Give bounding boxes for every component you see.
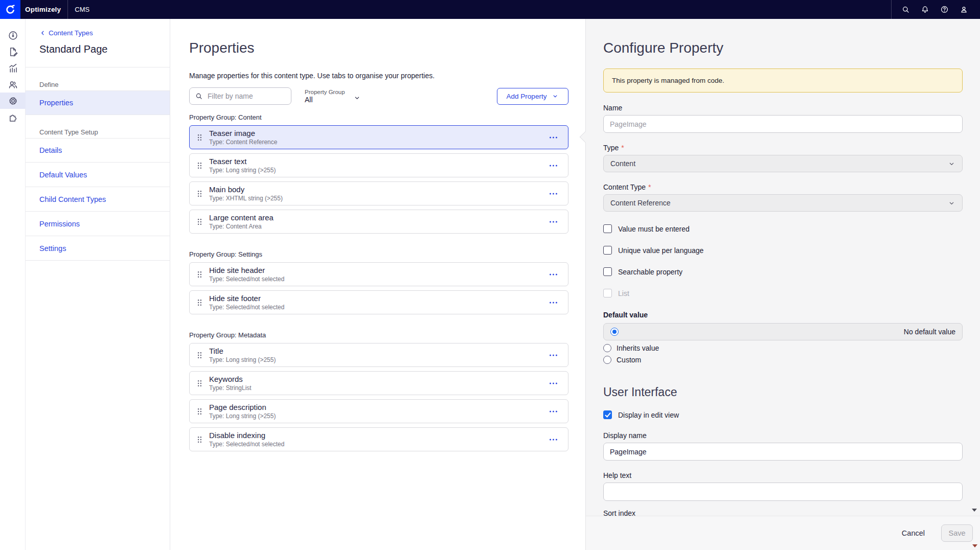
back-link-label: Content Types [49, 29, 93, 37]
help-text-input[interactable] [603, 483, 963, 501]
notifications-icon[interactable] [915, 0, 935, 19]
content-type-select-value: Content Reference [610, 199, 671, 207]
users-icon[interactable] [0, 76, 26, 93]
cancel-button[interactable]: Cancel [899, 529, 928, 538]
optimizely-logo[interactable] [0, 0, 20, 19]
checkbox-label: List [618, 289, 629, 297]
checkbox-searchable-property[interactable]: Searchable property [603, 267, 963, 276]
sidebar-item-child-content-types[interactable]: Child Content Types [26, 187, 170, 212]
save-button[interactable]: Save [941, 524, 973, 542]
property-row-page-description[interactable]: Page descriptionType: Long string (>255) [189, 399, 568, 423]
chevron-down-icon [948, 160, 955, 168]
more-options-icon[interactable] [547, 352, 560, 359]
scrollbar-down-arrow[interactable] [972, 509, 977, 512]
drag-handle-icon[interactable] [197, 407, 202, 416]
drag-handle-icon[interactable] [197, 436, 202, 444]
property-row-text: Disable indexingType: Selected/not selec… [209, 431, 284, 448]
property-row-text: Page descriptionType: Long string (>255) [209, 403, 276, 420]
property-group-select-label: Property Group [305, 89, 345, 95]
property-row-title[interactable]: TitleType: Long string (>255) [189, 343, 568, 367]
content-edit-icon[interactable] [0, 43, 26, 60]
more-options-icon[interactable] [547, 299, 560, 306]
account-icon[interactable] [954, 0, 973, 19]
more-options-icon[interactable] [547, 134, 560, 141]
property-row-text: TitleType: Long string (>255) [209, 347, 276, 363]
checkbox-box[interactable] [603, 267, 612, 276]
more-options-icon[interactable] [547, 271, 560, 278]
checkbox-unique-value-per-language[interactable]: Unique value per language [603, 246, 963, 255]
sidebar-item-properties[interactable]: Properties [26, 90, 170, 115]
more-options-icon[interactable] [547, 408, 560, 415]
name-input[interactable] [603, 115, 963, 133]
property-row-text: Teaser textType: Long string (>255) [209, 157, 276, 174]
property-row-text: Hide site footerType: Selected/not selec… [209, 294, 284, 311]
window-scrollbar-down-arrow[interactable] [972, 544, 977, 547]
dashboard-icon[interactable] [0, 27, 26, 43]
property-row-hide-site-footer[interactable]: Hide site footerType: Selected/not selec… [189, 290, 568, 314]
content-type-select[interactable]: Content Reference [603, 194, 963, 212]
type-select-value: Content [610, 159, 635, 168]
display-name-input[interactable] [603, 443, 963, 461]
back-link[interactable]: Content Types [39, 29, 170, 37]
settings-icon[interactable] [0, 93, 26, 109]
property-row-main-body[interactable]: Main bodyType: XHTML string (>255) [189, 181, 568, 205]
sidebar-item-default-values[interactable]: Default Values [26, 163, 170, 187]
radio-no-default-value[interactable]: No default value [603, 323, 963, 340]
drag-handle-icon[interactable] [197, 162, 202, 170]
property-row-hide-site-header[interactable]: Hide site headerType: Selected/not selec… [189, 262, 568, 286]
panel-title: Configure Property [603, 40, 963, 56]
configure-property-panel: Configure Property This property is mana… [585, 19, 980, 550]
drag-handle-icon[interactable] [197, 190, 202, 198]
property-row-teaser-text[interactable]: Teaser textType: Long string (>255) [189, 153, 568, 177]
search-icon[interactable] [896, 0, 915, 19]
topbar-divider [67, 0, 68, 19]
properties-toolbar: Property Group All Add Property [189, 87, 568, 105]
property-row-large-content-area[interactable]: Large content areaType: Content Area [189, 210, 568, 234]
app-rail [0, 19, 26, 550]
checkbox-box[interactable] [603, 410, 612, 419]
property-row-disable-indexing[interactable]: Disable indexingType: Selected/not selec… [189, 427, 568, 451]
more-options-icon[interactable] [547, 190, 560, 197]
required-marker: * [648, 183, 651, 191]
addons-icon[interactable] [0, 109, 26, 125]
default-value-radios: No default valueInherits valueCustom [603, 323, 963, 364]
property-title: Hide site footer [209, 294, 284, 303]
managed-from-code-banner: This property is managed from code. [603, 68, 963, 93]
property-row-text: Large content areaType: Content Area [209, 213, 274, 230]
checkbox-box[interactable] [603, 246, 612, 255]
drag-handle-icon[interactable] [197, 133, 202, 142]
more-options-icon[interactable] [547, 380, 560, 387]
checkbox-value-must-be-entered[interactable]: Value must be entered [603, 224, 963, 233]
sidebar-item-settings[interactable]: Settings [26, 236, 170, 261]
drag-handle-icon[interactable] [197, 351, 202, 359]
help-icon[interactable] [935, 0, 954, 19]
checkbox-box[interactable] [603, 224, 612, 233]
radio-circle[interactable] [603, 344, 611, 352]
property-row-teaser-image[interactable]: Teaser imageType: Content Reference [189, 125, 568, 149]
analytics-icon[interactable] [0, 60, 26, 76]
default-value-label: Default value [603, 311, 963, 319]
type-select[interactable]: Content [603, 155, 963, 172]
drag-handle-icon[interactable] [197, 270, 202, 279]
required-marker: * [621, 144, 624, 152]
drag-handle-icon[interactable] [197, 218, 202, 226]
drag-handle-icon[interactable] [197, 299, 202, 307]
radio-custom[interactable]: Custom [603, 356, 963, 364]
property-row-keywords[interactable]: KeywordsType: StringList [189, 371, 568, 395]
more-options-icon[interactable] [547, 436, 560, 443]
more-options-icon[interactable] [547, 162, 560, 169]
radio-circle[interactable] [603, 356, 611, 364]
more-options-icon[interactable] [547, 218, 560, 225]
radio-circle[interactable] [610, 328, 619, 336]
property-group-metadata: Property Group: MetadataTitleType: Long … [189, 331, 568, 451]
property-group-select[interactable]: Property Group All [305, 89, 361, 104]
sort-index-label: Sort index [603, 509, 963, 516]
add-property-button[interactable]: Add Property [497, 88, 568, 105]
checkbox-label: Searchable property [618, 268, 682, 276]
radio-inherits-value[interactable]: Inherits value [603, 344, 963, 352]
sidebar-item-details[interactable]: Details [26, 138, 170, 163]
sidebar-item-permissions[interactable]: Permissions [26, 212, 170, 236]
checkbox-display-in-edit-view[interactable]: Display in edit view [603, 410, 963, 419]
filter-input[interactable] [207, 91, 286, 101]
drag-handle-icon[interactable] [197, 379, 202, 387]
